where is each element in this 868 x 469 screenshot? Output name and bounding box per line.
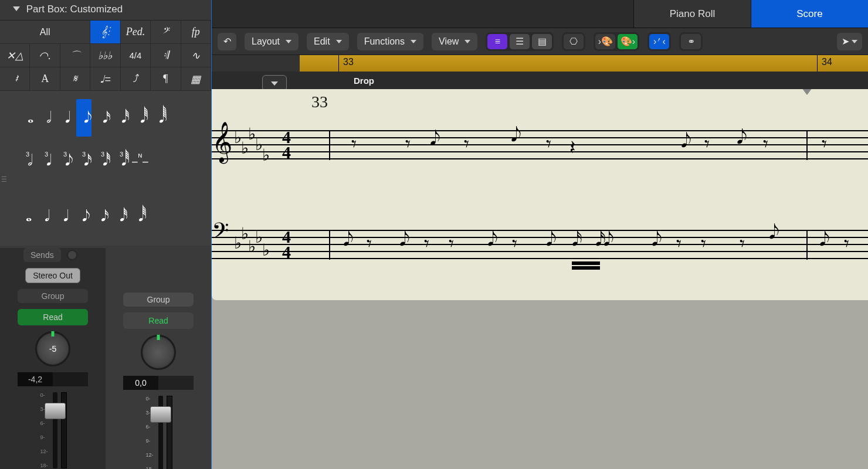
output-button[interactable]: Stereo Out: [25, 268, 80, 283]
fader-area: 0-3-6-9-12-18-: [144, 396, 172, 469]
filter-ornaments[interactable]: ∿: [181, 44, 211, 67]
quantize-icon: ›⎖‹: [653, 36, 666, 47]
peak-readout[interactable]: [53, 372, 88, 386]
chevron-down-icon: [411, 40, 416, 43]
filter-notes[interactable]: 𝄞⋮: [90, 21, 120, 44]
triplet-64th[interactable]: 3𝅘𝅥𝅱: [114, 152, 129, 185]
in-colors-icon: ›🎨: [598, 36, 613, 47]
filter-grid[interactable]: ▦: [181, 67, 211, 91]
volume-fader[interactable]: [53, 392, 57, 468]
partbox-header[interactable]: Part Box: Customized: [0, 0, 211, 20]
filter-flats[interactable]: ♭♭♭: [90, 44, 120, 67]
page-view-button[interactable]: ▤: [532, 34, 552, 49]
filter-tempo[interactable]: ♩=: [90, 67, 120, 91]
automation-read-button[interactable]: Read: [18, 309, 88, 325]
note-whole[interactable]: 𝅝: [20, 99, 35, 137]
pan-value: -5: [49, 344, 56, 354]
dotted-32nd[interactable]: 𝅘𝅥𝅰.: [114, 200, 129, 233]
score-canvas[interactable]: 33 𝄞 ♭♭♭♭♭ 4 4 𝄾𝄾𝅘𝅥𝅮𝄾𝅘𝅥𝅮𝄾𝄽𝅘𝅥𝅮𝄾𝅘𝅥𝅮𝄾𝄾: [212, 89, 868, 469]
channel-strip-1: Sends Stereo Out Group Read -5 -4,2 0-3-…: [0, 248, 106, 469]
filter-pedal[interactable]: Ped.: [121, 21, 151, 44]
midi-in-button[interactable]: ⎔: [564, 34, 584, 49]
fader-handle-icon[interactable]: [45, 403, 66, 419]
region-header[interactable]: Drop: [212, 72, 868, 89]
note-quarter[interactable]: 𝅘𝅥: [57, 99, 73, 137]
repeat-icon: 𝄇: [163, 49, 168, 62]
pointer-tool-menu[interactable]: ➤: [837, 33, 862, 50]
edit-menu[interactable]: Edit: [307, 33, 349, 50]
triplet-quarter[interactable]: 3𝅘𝅥: [39, 152, 54, 185]
triplet-half[interactable]: 3𝅗𝅥: [20, 152, 35, 185]
filter-rests[interactable]: 𝄽: [0, 67, 30, 91]
wrapped-view-button[interactable]: ☰: [510, 34, 530, 49]
tab-piano-roll[interactable]: Piano Roll: [633, 0, 751, 28]
pointer-tool-icon: ➤: [842, 36, 849, 47]
sidebar-resize-handle[interactable]: [0, 170, 8, 188]
filter-paragraph[interactable]: ¶: [151, 67, 181, 91]
bass-clef-icon: 𝄢: [212, 218, 229, 250]
catch-playhead-icon: ↶: [223, 36, 231, 47]
playhead-marker-icon[interactable]: [802, 89, 812, 95]
bar-ruler[interactable]: 33 34: [212, 55, 868, 72]
staff-treble: 𝄞 ♭♭♭♭♭ 4 4 𝄾𝄾𝅘𝅥𝅮𝄾𝅘𝅥𝅮𝄾𝄽𝅘𝅥𝅮𝄾𝅘𝅥𝅮𝄾𝄾: [212, 130, 868, 159]
note-half[interactable]: 𝅗𝅥: [39, 99, 54, 137]
grid-icon: ▦: [191, 73, 201, 86]
peak-readout[interactable]: [158, 376, 194, 390]
catch-playhead-button[interactable]: ↶: [218, 33, 236, 50]
channel-strips: Sends Stereo Out Group Read -5 -4,2 0-3-…: [0, 246, 211, 469]
group-button[interactable]: Group: [123, 293, 194, 307]
view-menu[interactable]: View: [432, 33, 477, 50]
level-readout[interactable]: -4,2: [18, 372, 53, 386]
tab-score[interactable]: Score: [751, 0, 868, 28]
dotted-quarter[interactable]: 𝅘𝅥.: [57, 200, 73, 233]
fader-area: 0-3-6-9-12-18-: [39, 392, 66, 468]
partbox-filter-grid: All 𝄞⋮ Ped. 𝄢 fp ✕△ ◠. ⌒ ♭♭♭ 4/4 𝄇 ∿ 𝄽 A…: [0, 20, 211, 91]
disclosure-triangle-icon[interactable]: [13, 6, 20, 11]
note-128th[interactable]: 𝅘𝅥𝅲: [151, 99, 167, 137]
filter-all[interactable]: All: [0, 21, 90, 44]
note-eighth[interactable]: 𝅘𝅥𝅮: [76, 99, 91, 137]
filter-bend[interactable]: ⤴: [121, 67, 151, 91]
fader-handle-icon[interactable]: [150, 406, 171, 423]
note-32nd[interactable]: 𝅘𝅥𝅰: [114, 99, 129, 137]
functions-menu[interactable]: Functions: [357, 33, 423, 50]
group-button[interactable]: Group: [18, 289, 88, 303]
triplet-32nd[interactable]: 3𝅘𝅥𝅰: [95, 152, 110, 185]
note-64th[interactable]: 𝅘𝅥𝅱: [133, 99, 148, 137]
pan-knob[interactable]: -5: [35, 331, 70, 366]
filter-slurs[interactable]: ⌒: [60, 44, 90, 67]
filter-segno[interactable]: 𝄋: [60, 67, 90, 91]
pan-knob[interactable]: [141, 335, 176, 370]
filter-fermata[interactable]: ◠.: [30, 44, 60, 67]
dotted-whole[interactable]: 𝅝.: [20, 200, 35, 233]
quantize-button[interactable]: ›⎖‹: [649, 34, 669, 49]
sends-label[interactable]: Sends: [23, 248, 61, 262]
filter-clefs[interactable]: 𝄢: [151, 21, 181, 44]
link-button[interactable]: ⚭: [681, 34, 701, 49]
layout-menu[interactable]: Layout: [245, 33, 299, 50]
dotted-16th[interactable]: 𝅘𝅥𝅯.: [95, 200, 110, 233]
triplet-8th[interactable]: 3𝅘𝅥𝅮: [57, 152, 73, 185]
color-group: ›🎨 🎨›: [594, 32, 639, 51]
filter-timesig[interactable]: 4/4: [121, 44, 151, 67]
in-colors-button[interactable]: ›🎨: [595, 34, 615, 49]
dotted-8th[interactable]: 𝅘𝅥𝅮.: [76, 200, 91, 233]
filter-accidental-tools[interactable]: ✕△: [0, 44, 30, 67]
dotted-half[interactable]: 𝅗𝅥.: [39, 200, 54, 233]
time-sig-den: 4: [282, 144, 291, 160]
sends-knob-icon[interactable]: [67, 250, 77, 260]
level-readout[interactable]: 0,0: [123, 376, 158, 390]
volume-fader[interactable]: [158, 396, 163, 469]
automation-read-button[interactable]: Read: [123, 312, 194, 329]
note-16th[interactable]: 𝅘𝅥𝅯: [95, 99, 110, 137]
filter-text[interactable]: A: [30, 67, 60, 91]
filter-repeats[interactable]: 𝄇: [151, 44, 181, 67]
triplet-16th[interactable]: 3𝅘𝅥𝅯: [76, 152, 91, 185]
linear-view-button[interactable]: ≡: [487, 34, 507, 49]
ntuplet[interactable]: ⎯ᴺ⎯: [133, 152, 148, 185]
dotted-64th[interactable]: 𝅘𝅥𝅱.: [133, 200, 148, 233]
out-colors-button[interactable]: 🎨›: [618, 34, 638, 49]
chevron-down-icon: [464, 40, 470, 43]
segno-icon: 𝄋: [73, 73, 77, 85]
filter-dynamics[interactable]: fp: [181, 21, 211, 44]
